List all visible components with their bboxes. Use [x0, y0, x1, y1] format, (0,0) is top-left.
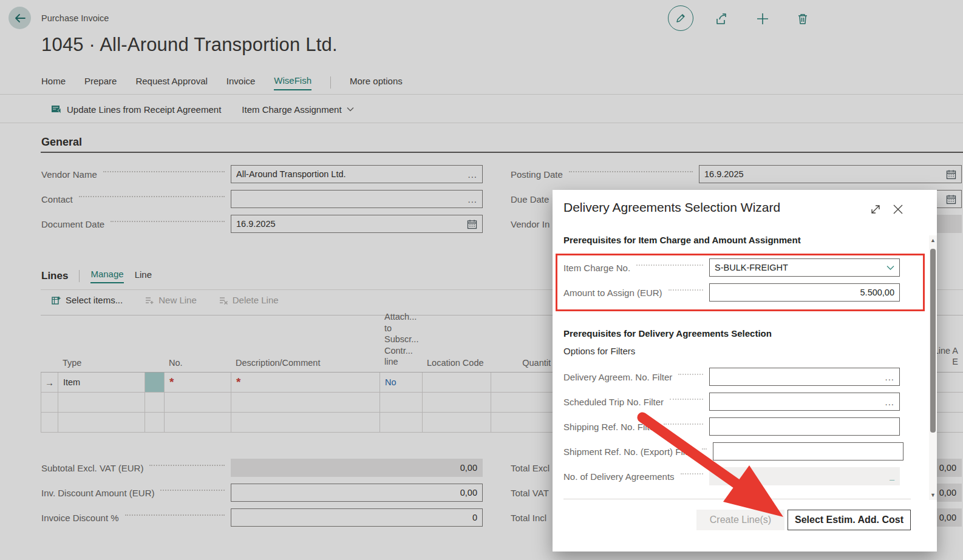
ellipsis-icon[interactable]: ...	[885, 372, 894, 382]
shipping-ref-filter-field[interactable]	[709, 417, 900, 436]
close-dialog-button[interactable]	[891, 202, 905, 217]
scheduled-trip-filter-label: Scheduled Trip No. Filter	[563, 397, 664, 407]
expand-dialog-button[interactable]	[868, 202, 883, 217]
no-of-delivery-agreements-label: No. of Delivery Agreements	[563, 471, 675, 482]
prerequisites-delivery-heading: Prerequisites for Delivery Agreements Se…	[563, 328, 772, 339]
shipment-ref-export-filter-row: Shipment Ref. No. (Export) Filter	[563, 442, 900, 460]
dialog-scrollbar[interactable]: ▲ ▼	[929, 235, 937, 500]
shipment-ref-export-filter-label: Shipment Ref. No. (Export) Filter	[563, 447, 696, 457]
shipping-ref-filter-row: Shipping Ref. No. Filter	[563, 417, 900, 436]
dotted-leader	[670, 399, 703, 400]
purchase-invoice-screen: Purchase Invoice 1045 · All-Around Trans…	[0, 0, 963, 560]
delivery-agreem-filter-field[interactable]: ...	[709, 368, 900, 386]
create-lines-button: Create Line(s)	[696, 510, 784, 530]
select-estim-add-cost-button[interactable]: Select Estim. Add. Cost	[788, 510, 911, 530]
annotation-highlight-box	[556, 254, 925, 311]
shipping-ref-filter-label: Shipping Ref. No. Filter	[563, 422, 658, 432]
expand-icon	[869, 203, 882, 215]
no-of-delivery-agreements-field: _	[709, 467, 900, 485]
dialog-footer-divider	[563, 499, 911, 499]
options-for-filters-label: Options for Filters	[563, 346, 635, 356]
dotted-leader	[678, 374, 703, 375]
delivery-agreem-filter-row: Delivery Agreem. No. Filter ...	[563, 368, 900, 386]
no-of-delivery-agreements-row: No. of Delivery Agreements _	[563, 467, 900, 485]
scrollbar-thumb[interactable]	[930, 249, 936, 433]
dialog-title: Delivery Agreements Selection Wizard	[563, 200, 780, 215]
dotted-leader	[664, 423, 703, 425]
scheduled-trip-filter-row: Scheduled Trip No. Filter ...	[563, 393, 900, 411]
delivery-agreements-wizard-dialog: Delivery Agreements Selection Wizard Pre…	[553, 190, 937, 552]
delivery-agreem-filter-label: Delivery Agreem. No. Filter	[563, 372, 672, 382]
close-icon	[893, 204, 903, 215]
scroll-down-icon[interactable]: ▼	[929, 492, 937, 498]
scroll-up-icon[interactable]: ▲	[929, 237, 937, 243]
prerequisites-item-charge-heading: Prerequisites for Item Charge and Amount…	[563, 235, 801, 245]
shipment-ref-export-filter-field[interactable]	[713, 442, 903, 460]
ellipsis-icon[interactable]: ...	[885, 397, 894, 407]
dotted-leader	[681, 473, 703, 474]
scheduled-trip-filter-field[interactable]: ...	[709, 393, 900, 411]
dotted-leader	[702, 448, 707, 450]
